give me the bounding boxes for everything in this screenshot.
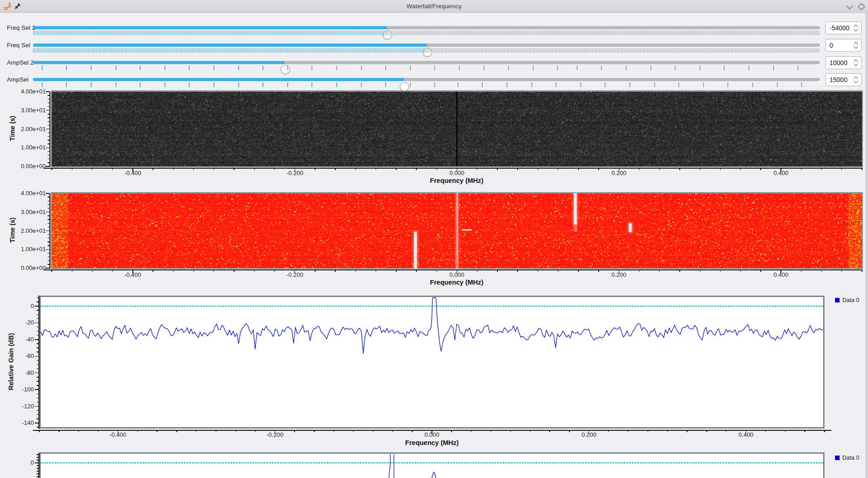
spectrum-y-tick-label: -20 [0, 319, 34, 326]
x-tick [477, 168, 477, 170]
spectrum-y-tick-label: -80 [0, 369, 34, 376]
white-streak [414, 232, 417, 268]
y-tick [35, 339, 38, 340]
y-tick [37, 454, 38, 455]
y-tick [48, 99, 49, 99]
y-tick [37, 414, 38, 415]
y-tick [35, 406, 38, 407]
x-tick [558, 269, 558, 272]
x-tick [396, 168, 396, 170]
x-tick [700, 269, 700, 272]
y-tick [48, 204, 49, 205]
y-tick [37, 352, 38, 352]
x-tick [598, 168, 599, 170]
x-tick [376, 168, 376, 170]
white-streak [574, 193, 577, 224]
y-tick [46, 268, 49, 268]
wf2-x-tick-label: -0.400 [115, 271, 151, 278]
x-tick [234, 269, 234, 272]
spectrum-x-tick-label: 0.000 [414, 431, 450, 438]
app-window: Waterfall/Frequency Freq Sel 2 -54000 Fr… [0, 0, 868, 478]
y-tick [48, 121, 49, 122]
x-tick [51, 269, 52, 272]
y-tick [48, 125, 49, 126]
y-tick [46, 231, 49, 231]
x-tick [335, 168, 335, 170]
x-tick [274, 168, 275, 170]
wf2-x-tick-label: 0.400 [763, 271, 799, 278]
spectrum2-y-tick-label: 0 [0, 459, 34, 466]
x-tick [396, 269, 396, 272]
y-tick [46, 166, 49, 166]
y-tick [35, 373, 38, 373]
x-tick [176, 430, 177, 432]
y-tick [37, 377, 38, 377]
y-tick [48, 227, 49, 227]
x-tick [451, 430, 452, 432]
x-tick [862, 168, 862, 170]
x-tick [549, 430, 550, 432]
wf1-x-axis-title: Frequency (MHz) [406, 177, 507, 184]
x-tick [608, 430, 609, 432]
white-streak [629, 223, 632, 231]
x-tick [294, 430, 295, 432]
wf2-y-tick-label: 4.00e+01 [11, 190, 46, 197]
x-tick [862, 269, 862, 272]
x-tick [157, 430, 157, 432]
x-tick [679, 269, 680, 272]
x-tick [785, 430, 786, 432]
wf2-y-tick-label: 3.00e+01 [11, 209, 46, 215]
x-tick [335, 269, 335, 272]
spectrum-x-tick-label: -0.200 [257, 431, 293, 438]
y-tick [48, 117, 49, 118]
x-tick [355, 168, 356, 170]
x-tick [376, 269, 376, 272]
x-tick [667, 430, 668, 432]
waterfall-top-signal-line [456, 92, 458, 166]
x-tick [740, 269, 741, 272]
y-tick [48, 260, 49, 261]
x-tick [578, 168, 579, 170]
wf1-x-tick-label: -0.400 [115, 170, 151, 176]
y-tick [37, 360, 38, 361]
x-tick [333, 430, 334, 432]
y-tick [48, 132, 49, 133]
spectrum-x-axis-title: Frequency (MHz) [382, 439, 482, 446]
plots-area: Time (s) Frequency (MHz) Time (s) Freque… [0, 0, 868, 478]
x-tick [760, 269, 761, 272]
x-tick [393, 430, 393, 432]
x-tick [569, 430, 569, 432]
y-tick [48, 103, 49, 103]
y-tick [37, 364, 38, 365]
y-tick [46, 193, 49, 193]
x-tick [821, 269, 822, 272]
y-tick [37, 331, 38, 331]
y-tick [37, 347, 38, 348]
x-tick [213, 168, 214, 170]
y-tick [35, 389, 38, 390]
cursor-dash [462, 229, 472, 231]
spectrum-main-canvas[interactable] [41, 297, 823, 427]
legend-swatch [835, 456, 840, 460]
y-tick [48, 257, 49, 257]
x-tick [517, 168, 518, 170]
spectrum-y-tick-label: -60 [0, 352, 34, 359]
x-tick [824, 430, 824, 432]
x-tick [98, 430, 98, 432]
legend-swatch [835, 298, 840, 302]
x-tick [538, 269, 538, 272]
x-tick [173, 168, 174, 170]
y-tick [48, 159, 49, 159]
y-tick [48, 140, 49, 140]
x-tick [137, 430, 138, 432]
legend-label: Data 0 [842, 297, 859, 303]
x-tick [821, 168, 822, 170]
spectrum-y-tick-label: 0 [0, 302, 34, 309]
y-tick [37, 327, 38, 327]
wf1-x-axis [44, 168, 863, 169]
spectrum-y-axis-title: Relative Gain (dB) [7, 316, 15, 407]
y-tick [48, 151, 49, 152]
x-tick [355, 269, 356, 272]
spectrum-bottom-canvas[interactable] [41, 454, 823, 478]
y-tick [37, 468, 38, 468]
